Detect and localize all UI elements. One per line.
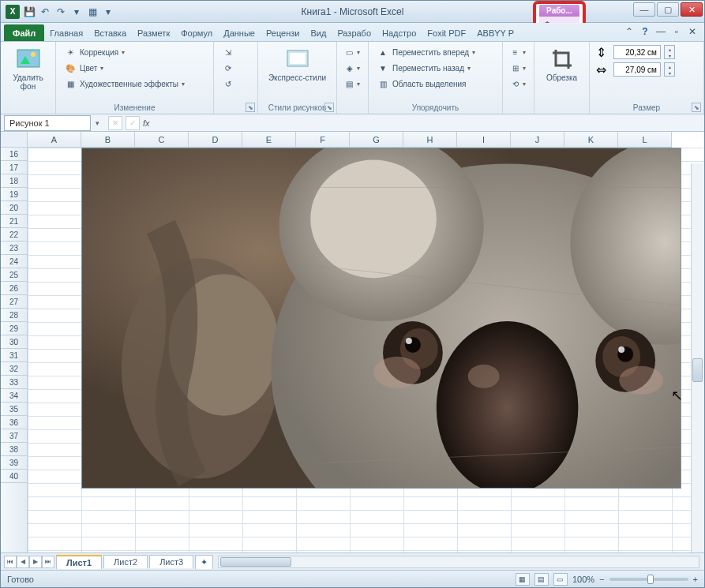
close-button[interactable]: ✕ <box>681 2 703 17</box>
zoom-slider[interactable] <box>609 578 688 581</box>
fx-icon[interactable]: fx <box>143 118 150 128</box>
enter-fx-button[interactable]: ✓ <box>126 116 140 130</box>
col-header-C[interactable]: C <box>135 132 189 147</box>
reset-picture-button[interactable]: ↺ <box>220 77 251 91</box>
picture-layout-button[interactable]: ▤▾ <box>343 77 362 91</box>
row-header-37[interactable]: 37 <box>1 429 27 443</box>
select-all-corner[interactable] <box>1 132 28 148</box>
tab-developer[interactable]: Разрабо <box>332 24 377 41</box>
row-header-39[interactable]: 39 <box>1 456 27 470</box>
tab-foxit[interactable]: Foxit PDF <box>422 24 471 41</box>
row-header-26[interactable]: 26 <box>1 282 27 295</box>
rotate-button[interactable]: ⟲▾ <box>509 77 527 91</box>
vscroll-thumb[interactable] <box>692 358 703 382</box>
col-header-F[interactable]: F <box>296 132 350 147</box>
doc-minimize-icon[interactable]: — <box>655 26 666 37</box>
tab-abbyy[interactable]: ABBYY P <box>471 24 519 41</box>
send-backward-button[interactable]: ▼Переместить назад▾ <box>375 61 496 75</box>
row-header-36[interactable]: 36 <box>1 416 27 429</box>
sheet-tab-3[interactable]: Лист3 <box>149 555 193 568</box>
qat-more-icon[interactable]: ▾ <box>70 6 83 18</box>
ribbon-minimize-icon[interactable]: ⌃ <box>624 26 635 37</box>
tab-review[interactable]: Рецензи <box>261 24 306 41</box>
width-input[interactable]: 27,09 см <box>613 62 661 77</box>
normal-view-button[interactable]: ▦ <box>516 573 530 586</box>
tab-nav-last[interactable]: ⏭ <box>42 556 54 568</box>
new-sheet-button[interactable]: ✦ <box>195 555 213 569</box>
row-header-19[interactable]: 19 <box>1 188 27 201</box>
name-box[interactable]: Рисунок 1 <box>4 115 91 131</box>
size-launcher[interactable]: ⬊ <box>692 103 701 112</box>
row-header-17[interactable]: 17 <box>1 161 27 174</box>
row-header-40[interactable]: 40 <box>1 470 27 483</box>
row-header-20[interactable]: 20 <box>1 201 27 215</box>
row-header-35[interactable]: 35 <box>1 403 27 416</box>
selection-pane-button[interactable]: ▥Область выделения <box>375 77 496 91</box>
artistic-effects-button[interactable]: ▦Художественные эффекты▾ <box>62 77 207 91</box>
tab-nav-prev[interactable]: ◀ <box>17 556 29 568</box>
inserted-picture[interactable] <box>81 148 681 489</box>
express-styles-button[interactable]: Экспресс-стили <box>264 45 330 84</box>
zoom-out-button[interactable]: − <box>599 575 604 584</box>
row-header-23[interactable]: 23 <box>1 242 27 255</box>
name-box-dropdown[interactable]: ▾ <box>91 119 103 127</box>
minimize-button[interactable]: — <box>633 2 655 17</box>
page-layout-view-button[interactable]: ▤ <box>534 573 549 586</box>
tab-addins[interactable]: Надстро <box>377 24 422 41</box>
row-header-30[interactable]: 30 <box>1 335 27 349</box>
crop-button[interactable]: Обрезка <box>541 45 583 84</box>
col-header-B[interactable]: B <box>81 132 135 147</box>
remove-background-button[interactable]: Удалить фон <box>7 45 49 92</box>
tab-home[interactable]: Главная <box>44 24 88 41</box>
grid-body[interactable] <box>28 148 704 552</box>
doc-close-icon[interactable]: ✕ <box>687 26 698 37</box>
redo-icon[interactable]: ↷ <box>54 6 67 18</box>
row-header-16[interactable]: 16 <box>1 148 27 161</box>
cancel-fx-button[interactable]: ✕ <box>108 116 122 130</box>
picture-border-button[interactable]: ▭▾ <box>343 45 362 59</box>
zoom-in-button[interactable]: + <box>693 575 698 584</box>
tab-nav-next[interactable]: ▶ <box>29 556 42 568</box>
qat-extra1-icon[interactable]: ▦ <box>86 6 99 18</box>
col-header-D[interactable]: D <box>189 132 242 147</box>
sheet-tab-2[interactable]: Лист2 <box>103 555 148 568</box>
sheet-tab-1[interactable]: Лист1 <box>56 555 102 569</box>
row-header-34[interactable]: 34 <box>1 389 27 403</box>
adjust-launcher[interactable]: ⬊ <box>246 103 255 112</box>
page-break-view-button[interactable]: ▭ <box>553 573 568 586</box>
height-spinner[interactable]: ▴▾ <box>664 45 675 59</box>
tab-formulas[interactable]: Формул <box>175 24 218 41</box>
col-header-A[interactable]: A <box>28 132 81 147</box>
row-header-38[interactable]: 38 <box>1 443 27 456</box>
corrections-button[interactable]: ☀Коррекция▾ <box>62 45 207 59</box>
row-header-32[interactable]: 32 <box>1 362 27 376</box>
undo-icon[interactable]: ↶ <box>39 6 51 18</box>
col-header-E[interactable]: E <box>242 132 296 147</box>
vertical-scrollbar[interactable] <box>691 163 704 552</box>
horizontal-scrollbar[interactable] <box>218 556 699 568</box>
tab-nav-first[interactable]: ⏮ <box>4 556 17 568</box>
row-header-33[interactable]: 33 <box>1 376 27 389</box>
row-header-22[interactable]: 22 <box>1 228 27 242</box>
row-header-25[interactable]: 25 <box>1 268 27 282</box>
doc-restore-icon[interactable]: ▫ <box>671 26 682 37</box>
align-button[interactable]: ≡▾ <box>509 45 527 59</box>
tab-insert[interactable]: Вставка <box>88 24 132 41</box>
row-header-24[interactable]: 24 <box>1 255 27 268</box>
col-header-J[interactable]: J <box>511 132 564 147</box>
help-icon[interactable]: ? <box>639 26 651 37</box>
picture-effects-button[interactable]: ◈▾ <box>343 61 362 75</box>
row-header-28[interactable]: 28 <box>1 309 27 322</box>
tab-file[interactable]: Файл <box>4 24 44 41</box>
hscroll-thumb[interactable] <box>220 557 291 567</box>
maximize-button[interactable]: ▢ <box>657 2 679 17</box>
height-input[interactable]: 20,32 см <box>613 45 661 59</box>
row-header-18[interactable]: 18 <box>1 174 27 188</box>
change-picture-button[interactable]: ⟳ <box>220 61 251 75</box>
zoom-slider-thumb[interactable] <box>647 575 654 584</box>
width-spinner[interactable]: ▴▾ <box>664 62 675 77</box>
row-header-31[interactable]: 31 <box>1 349 27 362</box>
bring-forward-button[interactable]: ▲Переместить вперед▾ <box>375 45 496 59</box>
color-button[interactable]: 🎨Цвет▾ <box>62 61 207 75</box>
tab-data[interactable]: Данные <box>218 24 261 41</box>
